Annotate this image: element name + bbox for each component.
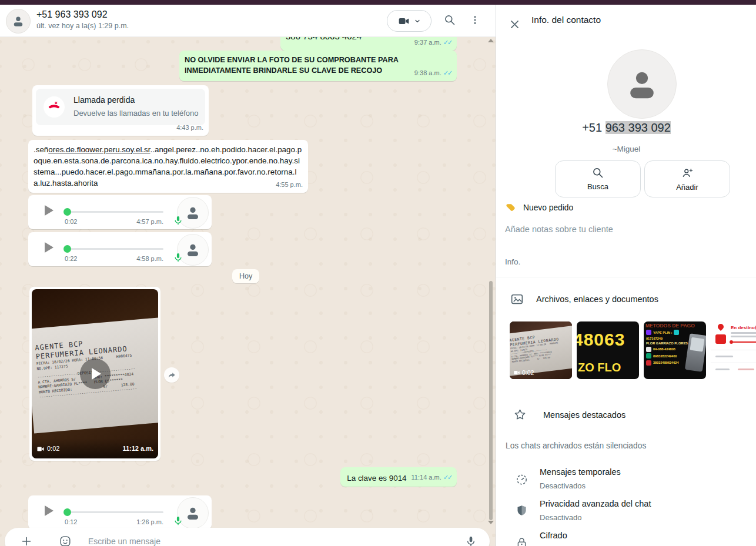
setting-subtitle: Desactivados	[540, 481, 586, 490]
message-time: 4:58 p.m.	[122, 253, 163, 264]
audio-seek-handle[interactable]	[63, 245, 71, 253]
sticker-smiley-icon	[59, 535, 72, 546]
setting-title: Cifrado	[540, 531, 567, 540]
voice-message: 0:22 4:58 p.m.	[28, 232, 212, 266]
search-in-chat-button[interactable]	[439, 9, 460, 31]
message-text: NO OLVIDE ENVIAR LA FOTO DE SU COMPROBAN…	[185, 55, 451, 76]
voice-mic-icon	[173, 514, 183, 528]
chat-scrollbar[interactable]	[489, 281, 493, 520]
thumbnail-title: En destino	[731, 325, 755, 330]
play-button[interactable]	[45, 242, 53, 253]
voice-message: 0:12 1:26 p.m.	[28, 495, 212, 530]
progress-line	[731, 341, 756, 343]
plus-icon	[20, 535, 33, 546]
message-input[interactable]	[87, 536, 465, 546]
audio-seek-bar[interactable]	[65, 511, 163, 513]
person-icon	[11, 14, 25, 28]
video-thumbnail[interactable]: AGENTE BCP PERFUMERIA LEONARDO FECHA: 18…	[32, 289, 158, 458]
play-button[interactable]	[45, 205, 53, 216]
media-icon	[510, 292, 524, 306]
setting-title: Mensajes temporales	[540, 467, 621, 477]
missed-call-message[interactable]: Llamada perdida Devuelve las llamadas en…	[32, 85, 209, 136]
video-message: AGENTE BCP PERFUMERIA LEONARDO FECHA: 18…	[29, 287, 160, 461]
media-thumbnail-image[interactable]: METODOS DE PAGO YAPE PLIN : 917167249 FL…	[644, 321, 706, 379]
message-time: 11:14 a.m.	[412, 472, 441, 483]
audio-seek-bar[interactable]	[65, 248, 163, 250]
window-top-strip	[0, 0, 756, 5]
timer-icon	[515, 473, 528, 486]
camera-icon	[36, 445, 45, 453]
scroll-up-arrow[interactable]	[488, 39, 494, 42]
chevron-down-icon	[414, 18, 421, 25]
map-pin-icon	[717, 323, 725, 331]
video-duration: 0:02	[513, 369, 534, 376]
message-time: 1:26 p.m.	[122, 517, 163, 528]
person-icon	[184, 504, 202, 522]
shield-icon	[516, 504, 528, 517]
contact-phone-number: +51 963 393 092	[496, 121, 756, 135]
read-receipt-icon	[443, 37, 451, 48]
video-call-button[interactable]	[387, 10, 431, 32]
attach-button[interactable]	[20, 535, 33, 546]
chat-title[interactable]: +51 963 393 092	[36, 9, 108, 20]
contact-info-panel: Info. del contacto +51 963 393 092 ~Migu…	[496, 5, 756, 546]
search-icon	[592, 167, 604, 179]
media-thumbnail-image[interactable]: En destino	[711, 321, 756, 379]
close-icon	[509, 19, 520, 30]
section-label: Mensajes destacados	[543, 410, 625, 420]
label-name: Nuevo pedido	[523, 203, 573, 212]
person-icon	[623, 65, 661, 103]
media-thumbnail-image[interactable]: 48063 ZO FLO	[577, 321, 639, 379]
video-play-button[interactable]	[80, 359, 111, 389]
audio-seek-handle[interactable]	[63, 508, 71, 516]
voice-record-button[interactable]	[465, 534, 477, 546]
message-composer	[5, 528, 490, 546]
search-messages-button[interactable]: Busca	[555, 160, 641, 197]
media-thumbnail-video[interactable]: AGENTE BCP PERFUMERIA LEONARDO FECHA: 18…	[510, 321, 572, 379]
pos-terminal-image	[685, 333, 706, 372]
forward-button[interactable]	[164, 367, 179, 383]
chat-header: +51 963 393 092 últ. vez hoy a la(s) 1:2…	[0, 5, 496, 37]
person-icon	[184, 204, 202, 222]
media-links-docs-row[interactable]: Archivos, enlaces y documentos	[510, 292, 658, 306]
selected-text: 963 393 092	[606, 121, 671, 134]
info-heading: Info.	[505, 257, 520, 266]
setting-title: Privacidad avanzada del chat	[540, 499, 651, 508]
emoji-button[interactable]	[59, 535, 72, 546]
read-receipt-icon	[443, 472, 451, 483]
kebab-menu-icon	[470, 15, 480, 25]
voice-mic-icon	[173, 250, 183, 264]
message-link[interactable]: ores.de.floower.peru.soy.el.sr	[48, 145, 150, 154]
close-panel-button[interactable]	[504, 14, 525, 35]
message-outgoing: La clave es 9014 11:14 a.m.	[340, 467, 457, 487]
message-incoming: .señores.de.floower.peru.soy.el.sr..ange…	[28, 140, 308, 193]
video-duration: 0:02	[36, 443, 59, 454]
scroll-down-arrow[interactable]	[488, 521, 494, 524]
contact-avatar[interactable]	[6, 9, 31, 34]
contact-profile-photo[interactable]	[607, 49, 677, 119]
add-contact-button[interactable]: Añadir	[644, 160, 730, 197]
message-time: 4:55 p.m.	[276, 179, 303, 190]
lock-icon	[516, 537, 528, 546]
message-time: 11:12 a.m.	[122, 443, 153, 454]
camera-icon	[513, 369, 520, 376]
archived-muted-note: Los chats archivados están silenciados	[506, 441, 646, 450]
package-icon	[715, 334, 726, 344]
thumbnail-title: METODOS DE PAGO	[645, 323, 695, 329]
audio-seek-handle[interactable]	[63, 208, 71, 216]
missed-call-title: Llamada perdida	[73, 95, 135, 106]
starred-messages-row[interactable]: Mensajes destacados	[513, 408, 625, 421]
panel-title: Info. del contacto	[531, 15, 601, 25]
message-time: 4:43 p.m.	[176, 122, 203, 133]
voice-message: 0:02 4:57 p.m.	[28, 195, 212, 229]
chat-menu-button[interactable]	[464, 9, 486, 31]
thumbnail-text: ZO FLO	[578, 361, 639, 374]
client-notes-placeholder[interactable]: Añade notas sobre tu cliente	[505, 225, 613, 234]
play-button[interactable]	[45, 505, 53, 516]
section-divider	[496, 277, 756, 277]
section-label: Archivos, enlaces y documentos	[536, 294, 658, 304]
chat-label-row[interactable]: Nuevo pedido	[505, 202, 573, 213]
day-divider: Hoy	[232, 269, 259, 283]
setting-subtitle: Desactivado	[540, 513, 582, 522]
audio-seek-bar[interactable]	[65, 211, 163, 213]
